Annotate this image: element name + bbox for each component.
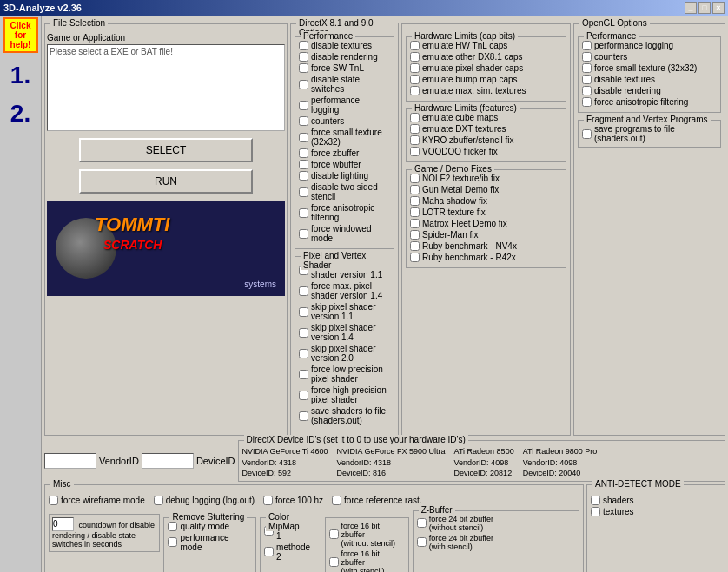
game-path-display: Please select a EXE or BAT file! <box>47 44 285 131</box>
perf-chk-7[interactable] <box>299 148 308 158</box>
ogl-chk-2[interactable] <box>582 63 592 73</box>
misc-opt-1: debug logging (log.out) <box>154 496 255 505</box>
misc-chk-1[interactable] <box>154 496 163 505</box>
performance-title: Performance <box>301 31 355 41</box>
gd-opt-1: Gun Metal Demo fix <box>410 185 562 194</box>
file-selection-panel: File Selection Game or Application Pleas… <box>44 23 288 436</box>
feat-chk-1[interactable] <box>410 124 420 134</box>
ps-chk-4[interactable] <box>299 349 308 358</box>
gd-chk-0[interactable] <box>410 174 420 183</box>
feat-chk-2[interactable] <box>410 135 420 145</box>
ps-chk-2[interactable] <box>299 307 308 317</box>
perf-chk-12[interactable] <box>299 229 308 239</box>
cap-chk-3[interactable] <box>410 75 420 84</box>
perf-chk-3[interactable] <box>299 80 308 89</box>
zb-chk-0[interactable] <box>417 518 427 528</box>
gd-chk-2[interactable] <box>410 196 420 206</box>
ps-opt-2: skip pixel shader version 1.1 <box>299 302 390 321</box>
perf-opt-8: force wbuffer <box>299 160 390 169</box>
stut-chk-1[interactable] <box>168 537 177 547</box>
zb-opt-0: force 24 bit zbuffer(without stencil) <box>417 515 575 532</box>
device-card-1: NVIDIA GeForce FX 5900 Ultra VendorID: 4… <box>337 446 446 479</box>
zbuffer-title: Z-Buffer <box>419 505 455 515</box>
ps-chk-5[interactable] <box>299 370 308 379</box>
cap-chk-0[interactable] <box>410 41 420 50</box>
ogl-opt-2: force small texture (32x32) <box>582 63 717 73</box>
perf-opt-7: force zbuffer <box>299 148 390 158</box>
ogl-chk-4[interactable] <box>582 86 592 95</box>
perf-chk-11[interactable] <box>299 208 308 218</box>
ps-chk-3[interactable] <box>299 328 308 338</box>
vendor-id-input[interactable] <box>44 453 96 469</box>
cap-chk-2[interactable] <box>410 63 420 73</box>
feat-opt-2: KYRO zbuffer/stencil fix <box>410 135 562 145</box>
ps-chk-6[interactable] <box>299 391 308 400</box>
perf-chk-8[interactable] <box>299 160 308 169</box>
hw-features-section: Hardware Limits (features) emulate cube … <box>406 108 566 162</box>
device-ids-title: DirectX Device ID's (set it to 0 to use … <box>244 435 468 444</box>
feat-chk-3[interactable] <box>410 147 420 156</box>
gd-opt-2: Maha shadow fix <box>410 196 562 206</box>
f16-opt-0: force 16 bit zbuffer(without stencil) <box>329 522 405 548</box>
perf-chk-0[interactable] <box>299 41 308 50</box>
cap-chk-4[interactable] <box>410 86 420 95</box>
game-path-placeholder: Please select a EXE or BAT file! <box>50 47 173 56</box>
f16-chk-0[interactable] <box>329 529 339 539</box>
maximize-button[interactable]: □ <box>698 2 711 14</box>
run-button[interactable]: RUN <box>79 169 253 194</box>
countdown-box: countdown for disable rendering / disabl… <box>49 514 160 552</box>
game-app-label: Game or Application <box>47 33 285 43</box>
gd-chk-3[interactable] <box>410 207 420 217</box>
card-2-vendor: VendorID: 4098 <box>454 457 514 469</box>
ogl-chk-3[interactable] <box>582 75 592 84</box>
pixel-shader-section: Pixel and Vertex Shader force max. pixel… <box>295 256 394 431</box>
perf-chk-2[interactable] <box>299 63 308 73</box>
select-button[interactable]: SELECT <box>79 138 253 162</box>
zb-chk-1[interactable] <box>417 537 427 547</box>
close-button[interactable]: × <box>712 2 725 14</box>
card-3-device: DeviceID: 20040 <box>523 468 598 479</box>
ps-chk-7[interactable] <box>299 411 308 421</box>
misc-opt-0: force wireframe mode <box>49 496 145 505</box>
perf-chk-1[interactable] <box>299 52 308 62</box>
perf-chk-10[interactable] <box>299 187 308 197</box>
minimize-button[interactable]: _ <box>685 2 697 14</box>
perf-chk-4[interactable] <box>299 101 308 110</box>
ogl-chk-1[interactable] <box>582 52 592 62</box>
cap-chk-1[interactable] <box>410 52 420 62</box>
ogl-opt-3: disable textures <box>582 75 717 84</box>
ad-chk-1[interactable] <box>591 507 600 516</box>
mip-opt-1: methode 2 <box>264 542 316 562</box>
click-help[interactable]: Click for help! <box>3 17 38 53</box>
perf-chk-5[interactable] <box>299 116 308 126</box>
frag-chk-0[interactable] <box>582 129 592 139</box>
ogl-chk-0[interactable] <box>582 41 592 50</box>
perf-chk-9[interactable] <box>299 171 308 181</box>
opengl-perf-title: Performance <box>584 31 639 41</box>
device-id-label: DeviceID <box>196 456 235 466</box>
f16-chk-1[interactable] <box>329 557 339 567</box>
misc-chk-3[interactable] <box>332 496 341 505</box>
misc-chk-0[interactable] <box>49 496 58 505</box>
gd-chk-7[interactable] <box>410 253 420 262</box>
countdown-input[interactable] <box>52 517 74 531</box>
feat-chk-0[interactable] <box>410 113 420 122</box>
ad-chk-0[interactable] <box>591 496 600 505</box>
gd-chk-1[interactable] <box>410 185 420 194</box>
stut-chk-0[interactable] <box>168 522 177 531</box>
card-2-name: ATi Radeon 8500 <box>454 446 514 457</box>
mip-chk-1[interactable] <box>264 547 274 556</box>
device-id-input[interactable] <box>142 453 194 469</box>
opengl-title: OpenGL Options <box>579 18 650 28</box>
gd-chk-5[interactable] <box>410 230 420 240</box>
misc-chk-2[interactable] <box>263 496 273 505</box>
perf-opt-12: force windowed mode <box>299 224 390 243</box>
step1-label: 1. <box>10 63 30 88</box>
gd-chk-4[interactable] <box>410 219 420 228</box>
gd-opt-5: Spider-Man fix <box>410 230 562 240</box>
ps-chk-1[interactable] <box>299 286 308 296</box>
mipmap-section: Color MipMap methode 1 methode 2 <box>260 517 321 572</box>
ogl-chk-5[interactable] <box>582 97 592 107</box>
gd-chk-6[interactable] <box>410 241 420 251</box>
perf-chk-6[interactable] <box>299 133 308 142</box>
